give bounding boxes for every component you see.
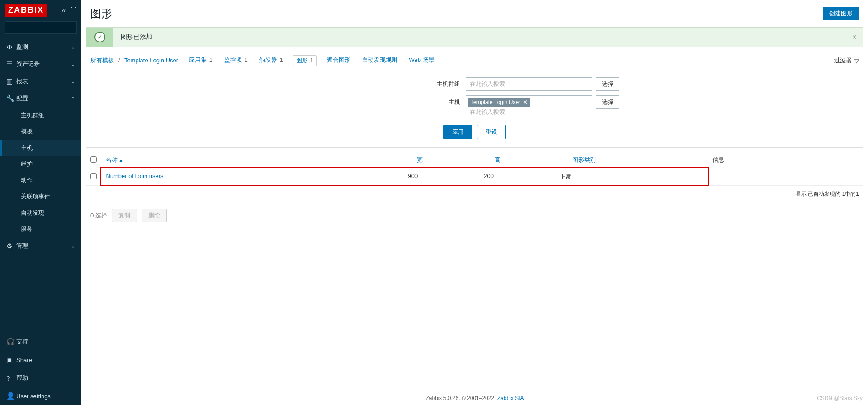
tab-triggers[interactable]: 触发器 1 (258, 55, 285, 66)
table-row: Number of login users 900 200 正常 (86, 168, 863, 186)
tab-agg[interactable]: 聚合图形 (325, 55, 352, 66)
hostgroup-input-box[interactable] (466, 77, 592, 91)
close-icon[interactable]: × (845, 33, 863, 42)
eye-icon: 👁 (6, 43, 16, 51)
remove-tag-icon[interactable]: ✕ (523, 99, 528, 105)
tab-apps[interactable]: 应用集 1 (187, 55, 214, 66)
tab-graphs[interactable]: 图形 1 (293, 55, 317, 66)
host-input-box[interactable]: Template Login User✕ (466, 95, 592, 118)
search-input[interactable] (8, 24, 84, 31)
nav-config-sub: 主机群组 模板 主机 维护 动作 关联项事件 自动发现 服务 (0, 107, 81, 237)
nav-user[interactable]: 👤User settings (0, 387, 81, 405)
breadcrumb-all-templates[interactable]: 所有模板 (90, 57, 114, 64)
copy-button[interactable]: 复制 (112, 209, 137, 222)
check-icon: ✓ (94, 32, 105, 42)
col-info: 信息 (708, 152, 863, 168)
breadcrumb-template[interactable]: Template Login User (124, 57, 178, 64)
nav-config[interactable]: 🔧配置⌃ (0, 90, 81, 107)
chevron-down-icon: ⌄ (71, 79, 75, 85)
tab-discovery[interactable]: 自动发现规则 (360, 55, 399, 66)
nav-monitoring[interactable]: 👁监测⌄ (0, 38, 81, 56)
host-select-button[interactable]: 选择 (596, 95, 619, 109)
sub-hostgroups[interactable]: 主机群组 (0, 107, 81, 123)
sub-services[interactable]: 服务 (0, 221, 81, 237)
chart-icon: ▥ (6, 77, 16, 85)
message-text: 图形已添加 (113, 28, 845, 47)
main-content: 图形 创建图形 ✓ 图形已添加 × 所有模板 / Template Login … (81, 0, 868, 405)
col-type[interactable]: 图形类别 (568, 152, 708, 168)
breadcrumb: 所有模板 / Template Login User (90, 57, 178, 65)
global-search[interactable]: 🔍 (5, 21, 77, 34)
collapse-icon[interactable]: « (62, 6, 66, 14)
sub-discovery[interactable]: 自动发现 (0, 205, 81, 221)
col-height[interactable]: 高 (490, 152, 568, 168)
col-width[interactable]: 宽 (412, 152, 490, 168)
wrench-icon: 🔧 (6, 94, 16, 103)
table-footer: 显示 已自动发现的 1中的1 (86, 186, 863, 203)
success-message: ✓ 图形已添加 × (86, 27, 863, 47)
bulk-actions: 0 选择 复制 删除 (81, 202, 868, 229)
footer-link[interactable]: Zabbix SIA (497, 395, 524, 401)
watermark: CSDN @Stars.Sky (817, 395, 863, 401)
apply-button[interactable]: 应用 (443, 125, 472, 139)
host-input[interactable] (468, 108, 590, 116)
expand-icon[interactable]: ⛶ (70, 6, 77, 14)
sub-maintenance[interactable]: 维护 (0, 156, 81, 172)
sub-actions[interactable]: 动作 (0, 172, 81, 188)
filter-panel: 主机群组 选择 主机 Template Login User✕ 选择 (86, 70, 863, 148)
help-icon: ? (6, 374, 16, 382)
create-graph-button[interactable]: 创建图形 (823, 7, 859, 20)
nav-reports[interactable]: ▥报表⌄ (0, 73, 81, 90)
logo[interactable]: ZABBIX (5, 4, 47, 17)
nav-support[interactable]: 🎧支持 (0, 333, 81, 351)
row-info (708, 168, 863, 186)
tab-items[interactable]: 监控项 1 (222, 55, 250, 66)
chevron-up-icon: ⌃ (71, 96, 75, 102)
row-height: 200 (479, 168, 555, 185)
reset-button[interactable]: 重设 (477, 125, 506, 139)
hostgroup-label: 主机群组 (330, 77, 466, 88)
sub-hosts[interactable]: 主机 (0, 140, 81, 156)
filter-icon: ▽ (854, 57, 859, 64)
chevron-down-icon: ⌄ (71, 44, 75, 50)
gear-icon: ⚙ (6, 242, 16, 250)
sub-templates[interactable]: 模板 (0, 123, 81, 140)
sort-asc-icon: ▲ (118, 158, 123, 163)
delete-button[interactable]: 删除 (142, 209, 167, 222)
sub-correlation[interactable]: 关联项事件 (0, 188, 81, 205)
footer: Zabbix 5.0.26. © 2001–2022, Zabbix SIA (81, 388, 868, 405)
select-all-checkbox[interactable] (90, 156, 97, 163)
graph-name-link[interactable]: Number of login users (106, 173, 163, 179)
chevron-down-icon: ⌄ (71, 61, 75, 67)
nav-share[interactable]: ▣Share (0, 351, 81, 369)
share-icon: ▣ (6, 356, 16, 364)
chevron-down-icon: ⌄ (71, 243, 75, 249)
hostgroup-input[interactable] (468, 80, 590, 88)
row-width: 900 (404, 168, 480, 185)
host-label: 主机 (330, 95, 466, 106)
nav-admin[interactable]: ⚙管理⌄ (0, 237, 81, 254)
graphs-table: 名称▲ 宽 高 图形类别 信息 Number of login users 9 (86, 152, 863, 202)
nav-inventory[interactable]: ☰资产记录⌄ (0, 56, 81, 73)
hostgroup-select-button[interactable]: 选择 (596, 77, 619, 91)
selected-count: 0 选择 (90, 212, 107, 220)
row-type: 正常 (555, 168, 708, 185)
page-title: 图形 (90, 6, 112, 21)
sidebar: ZABBIX « ⛶ 🔍 👁监测⌄ ☰资产记录⌄ ▥报表⌄ 🔧配置⌃ 主机群组 … (0, 0, 81, 405)
row-checkbox[interactable] (90, 173, 97, 179)
list-icon: ☰ (6, 60, 16, 68)
headset-icon: 🎧 (6, 338, 16, 346)
tab-web[interactable]: Web 场景 (407, 55, 436, 66)
host-tag: Template Login User✕ (468, 98, 530, 107)
filter-toggle[interactable]: 过滤器 ▽ (834, 57, 859, 65)
user-icon: 👤 (6, 392, 16, 400)
col-name[interactable]: 名称▲ (101, 152, 412, 168)
nav-help[interactable]: ?帮助 (0, 369, 81, 387)
